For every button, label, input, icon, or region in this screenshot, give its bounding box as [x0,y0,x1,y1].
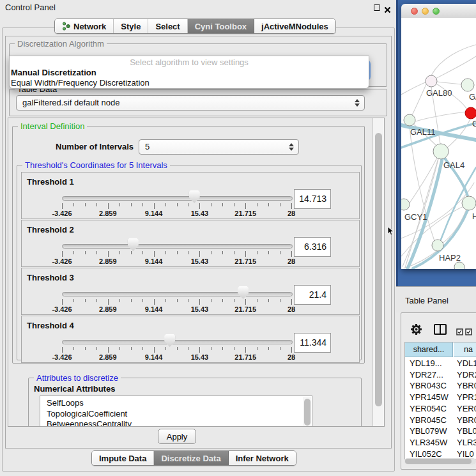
dropdown-option-manual-discretization[interactable]: Manual Discretization [10,68,369,78]
table-row[interactable]: YBR045CYBR0 [405,415,476,426]
checkbox-icon[interactable] [456,326,463,338]
tick-mark [291,251,292,257]
tick-mark [188,299,188,302]
network-node-gal4[interactable] [433,144,449,159]
tick-mark [119,299,120,302]
table-row[interactable]: YBL079WYBL0 [405,426,476,437]
attribute-item-betweennesscentrality[interactable]: BetweennessCentrality [40,419,312,427]
tick-mark [211,251,211,254]
tab-jactivemnodules[interactable]: jActiveMNodules [254,19,335,33]
node-table: shared... na YDL19...YDL1YDR27...YDR2YBR… [404,342,476,459]
slider-thumb[interactable] [189,190,200,203]
tab-impute-data[interactable]: Impute Data [92,451,154,465]
slider-track[interactable] [62,244,293,249]
table-row[interactable]: YDR27...YDR2 [405,369,476,381]
tick-mark [108,251,109,257]
group-title: Interval Definition [18,121,87,131]
threshold-value-field[interactable]: 11.344 [294,333,331,353]
tick-label: 28 [272,305,311,313]
tick-mark [96,347,97,350]
slider-track[interactable] [62,196,293,201]
float-window-icon[interactable] [374,4,380,11]
numerical-attributes-list[interactable]: SelfLoopsTopologicalCoefficientBetweenne… [40,395,312,427]
network-node-gal11[interactable] [404,114,415,126]
table-data-combobox[interactable]: galFiltered.sif default node [16,95,365,111]
settings-scrollbar[interactable] [372,118,384,426]
slider-thumb[interactable] [238,286,249,299]
threshold-value-field[interactable]: 14.713 [294,189,331,209]
network-node-ga[interactable] [461,79,474,91]
gear-icon[interactable] [410,323,422,338]
column-header-shared-name[interactable]: shared... [405,342,453,357]
close-traffic-light[interactable] [411,8,418,15]
tab-cyni-toolbox[interactable]: Cyni Toolbox [188,19,254,33]
number-of-intervals-combobox[interactable]: 5 [139,139,299,155]
tick-mark [165,203,166,206]
tick-mark [177,251,178,254]
tick-label: 28 [272,210,311,217]
tab-label: Discretize Data [161,454,220,463]
cell-name: YDR2 [457,369,476,381]
network-node-c[interactable] [465,107,476,119]
split-columns-icon[interactable] [434,324,447,337]
tab-select[interactable]: Select [148,19,187,33]
tick-mark [188,251,188,254]
tick-mark [85,347,86,350]
threshold-value-field[interactable]: 21.4 [294,285,331,305]
tick-mark [280,347,280,350]
network-edge [447,119,470,148]
tick-mark [108,347,109,353]
zoom-traffic-light[interactable] [433,8,440,15]
network-node-hap2[interactable] [432,240,443,251]
cell-shared-name: YLR345W [410,437,447,449]
threshold-value-field[interactable]: 6.316 [294,237,331,257]
attribute-item-selfloops[interactable]: SelfLoops [40,398,312,409]
attribute-item-topologicalcoefficient[interactable]: TopologicalCoefficient [40,409,312,420]
tab-network[interactable]: Network [55,19,114,33]
tick-label: 15.43 [180,305,219,313]
checkbox-icon[interactable] [465,326,472,338]
table-row[interactable]: YLR345WYLR3 [405,437,476,449]
tick-mark [234,299,234,302]
network-edge [412,84,426,115]
tick-mark [62,347,63,353]
tick-mark [199,203,200,209]
network-node[interactable] [454,262,464,269]
slider-track[interactable] [62,292,293,296]
screen: Control Panel NetworkStyleSelectCyni Too… [0,0,476,476]
tick-mark [154,299,155,305]
apply-button[interactable]: Apply [158,429,196,444]
tab-discretize-data[interactable]: Discretize Data [154,451,228,465]
minimize-traffic-light[interactable] [422,8,429,15]
table-row[interactable]: YER054CYER0 [405,403,476,415]
threshold-label: Threshold 4 [27,321,74,330]
tick-mark [245,203,246,209]
network-canvas[interactable]: GAL80GACGAL11GAL4GCY1HHAP2 [401,18,476,269]
close-icon[interactable] [384,4,391,12]
tab-infer-network[interactable]: Infer Network [229,451,296,465]
combobox-value: galFiltered.sif default node [22,96,119,110]
list-scrollbar[interactable] [303,397,311,427]
column-header-name[interactable]: na [454,342,476,357]
table-row[interactable]: YBR043CYBR0 [405,380,476,392]
network-node-gal80[interactable] [426,75,437,87]
table-row[interactable]: YPR145WYPR1 [405,392,476,403]
cell-shared-name: YDL19... [410,358,442,369]
network-node-gcy1[interactable] [401,199,410,210]
dropdown-option-equal-width-frequency-discretization[interactable]: Equal Width/Frequency Discretization [10,78,369,88]
dropdown-hint: Select algorithm to view settings [10,56,369,68]
tick-label: 21.715 [226,210,265,217]
number-of-intervals-label: Number of Intervals [56,142,134,151]
tick-mark [73,299,74,302]
tick-label: 9.144 [135,210,173,217]
tab-style[interactable]: Style [114,19,148,33]
slider-thumb[interactable] [128,238,139,251]
slider-thumb[interactable] [164,334,175,347]
table-horizontal-scrollbar[interactable] [404,458,476,464]
network-node-h[interactable] [462,196,476,210]
slider-track[interactable] [62,340,293,344]
tick-mark [234,251,234,254]
tick-mark [62,251,63,257]
interval-definition-group: Interval Definition Number of Intervals … [12,126,365,364]
table-row[interactable]: YDL19...YDL1 [405,358,476,369]
